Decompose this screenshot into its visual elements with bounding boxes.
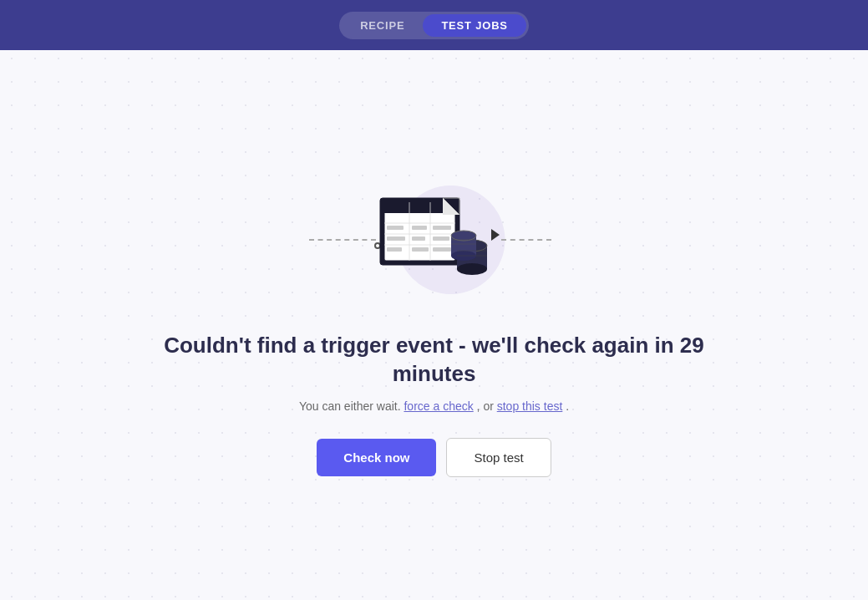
svg-rect-9 [412,226,427,230]
button-group: Check now Stop test [317,438,551,477]
illustration-icon [368,186,501,294]
subtext: You can either wait. force a check , or … [299,399,569,413]
svg-rect-11 [387,236,405,241]
subtext-mid: , or [474,399,497,413]
subtext-before: You can either wait. [299,399,404,413]
dashed-line-right [501,239,551,241]
illustration-area [301,173,568,307]
svg-point-21 [457,263,487,275]
svg-rect-8 [387,226,404,230]
svg-rect-13 [433,236,449,241]
stop-test-button[interactable]: Stop test [446,438,551,477]
check-now-button[interactable]: Check now [317,439,436,476]
svg-rect-15 [412,247,429,252]
tab-test-jobs[interactable]: TEST JOBS [423,14,525,37]
force-check-link[interactable]: force a check [404,399,473,413]
svg-rect-14 [387,247,402,252]
svg-rect-12 [412,236,425,241]
svg-rect-10 [433,226,451,230]
tab-group: RECIPE TEST JOBS [339,12,529,39]
tab-recipe[interactable]: RECIPE [342,14,423,37]
top-bar: RECIPE TEST JOBS [0,0,868,50]
subtext-after: . [562,399,569,413]
dashed-line-left [309,239,376,241]
svg-rect-16 [433,247,451,252]
stop-test-link[interactable]: stop this test [497,399,563,413]
main-heading: Couldn't find a trigger event - we'll ch… [142,332,727,389]
main-content: Couldn't find a trigger event - we'll ch… [0,50,868,600]
